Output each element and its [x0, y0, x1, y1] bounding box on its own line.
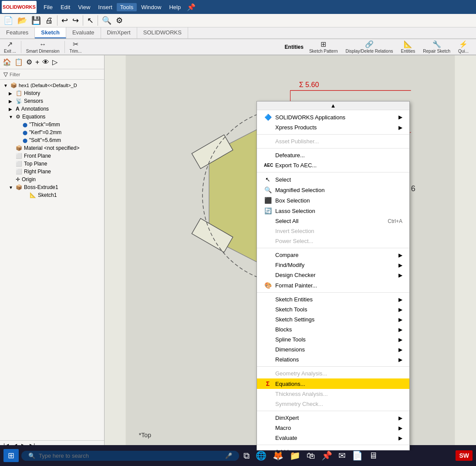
- menu-solidworks-apps[interactable]: 🔷 SOLIDWORKS Applications ▶: [257, 112, 409, 122]
- tree-kerf[interactable]: ⬤ "Kerf"=0.2mm: [0, 128, 104, 136]
- select-btn[interactable]: ↖: [85, 15, 95, 26]
- kerf-icon: ⬤: [23, 130, 27, 135]
- menu-design-checker[interactable]: Design Checker ▶: [257, 270, 409, 280]
- tree-thick[interactable]: ⬤ "Thick"=6mm: [0, 121, 104, 128]
- tree-right-plane[interactable]: ⬜ Right Plane: [0, 168, 104, 176]
- search-bar[interactable]: 🔍 🎤: [21, 451, 239, 461]
- quick-btn[interactable]: ⚡ Qui...: [456, 39, 471, 55]
- menu-view[interactable]: View: [74, 3, 94, 11]
- redo-btn[interactable]: ↪: [71, 15, 81, 26]
- display-delete-relations-btn[interactable]: 🔗 Display/Delete Relations: [344, 39, 395, 55]
- trim-btn[interactable]: ✂ Trim...: [68, 39, 84, 55]
- menu-sketch-tools[interactable]: Sketch Tools ▶: [257, 304, 409, 314]
- mail-btn[interactable]: ✉: [337, 449, 348, 463]
- tree-history[interactable]: ▶ 📋 History: [0, 89, 104, 97]
- feature-tree-icon-5[interactable]: 👁: [41, 57, 50, 67]
- tab-evaluate[interactable]: Evaluate: [66, 27, 101, 38]
- tab-solidworks[interactable]: SOLIDWORKS: [137, 27, 188, 38]
- start-btn[interactable]: ⊞: [3, 449, 19, 462]
- smart-dimension-btn[interactable]: ↔ Smart Dimension: [24, 39, 62, 55]
- sketch-pattern-btn[interactable]: ⊞ Sketch Pattern: [307, 39, 340, 55]
- tree-equations[interactable]: ▼ ⚙ Equations: [0, 113, 104, 121]
- menu-dimxpert[interactable]: DimXpert ▶: [257, 413, 409, 423]
- menu-spline-tools[interactable]: Spline Tools ▶: [257, 334, 409, 344]
- tree-origin[interactable]: ✛ Origin: [0, 176, 104, 183]
- tree-sketch1[interactable]: 📐 Sketch1: [0, 191, 104, 199]
- right-plane-label: Right Plane: [24, 169, 51, 175]
- open-btn[interactable]: 📂: [16, 15, 29, 26]
- save-btn[interactable]: 💾: [30, 15, 43, 26]
- tree-solt[interactable]: ⬤ "Solt"=5.6mm: [0, 136, 104, 144]
- tree-top-plane[interactable]: ⬜ Top Plane: [0, 160, 104, 168]
- tree-root[interactable]: ▼ 📦 hex1 (Default<<Default>_D: [0, 81, 104, 89]
- menu-export-aec[interactable]: AEC Export To AEC...: [257, 160, 409, 170]
- feature-tree-icon-1[interactable]: 🏠: [2, 57, 12, 67]
- edge-btn[interactable]: 🌐: [254, 449, 268, 463]
- menu-lasso-selection[interactable]: 🔄 Lasso Selection: [257, 206, 409, 216]
- front-plane-label: Front Plane: [24, 153, 51, 159]
- menu-tools[interactable]: Tools: [117, 3, 137, 11]
- store-btn[interactable]: 🛍: [305, 449, 317, 463]
- feature-tree-icon-4[interactable]: +: [34, 57, 40, 67]
- tree-sensors[interactable]: ▶ 📡 Sensors: [0, 97, 104, 105]
- menu-relations[interactable]: Relations ▶: [257, 355, 409, 365]
- menu-evaluate[interactable]: Evaluate ▶: [257, 433, 409, 443]
- menu-insert[interactable]: Insert: [95, 3, 116, 11]
- feature-tree-expand[interactable]: ▷: [51, 57, 58, 67]
- tree-boss-extrude[interactable]: ▼ 📦 Boss-Extrude1: [0, 183, 104, 191]
- menu-sketch-entities[interactable]: Sketch Entities ▶: [257, 294, 409, 304]
- menu-edit[interactable]: Edit: [57, 3, 74, 11]
- menu-section-geometry: Geometry Analysis... Σ Equations... Thic…: [257, 367, 409, 411]
- new-btn[interactable]: 📄: [2, 15, 15, 26]
- print-btn[interactable]: 🖨: [44, 15, 55, 26]
- menu-select-all[interactable]: Select All Ctrl+A: [257, 216, 409, 226]
- vm-btn[interactable]: 🖥: [367, 449, 379, 463]
- menu-window[interactable]: Window: [138, 3, 165, 11]
- svg-text:6: 6: [411, 184, 415, 193]
- solidworks-taskbar-btn[interactable]: SW: [456, 450, 473, 461]
- menu-help[interactable]: Help: [165, 3, 184, 11]
- feature-tree-icon-2[interactable]: 📋: [14, 57, 24, 67]
- exit-sketch-btn[interactable]: ↗ Exit ...: [2, 39, 18, 55]
- tree-material[interactable]: 📦 Material <not specified>: [0, 144, 104, 152]
- menu-xpress[interactable]: Xpress Products ▶: [257, 122, 409, 132]
- menu-format-painter[interactable]: 🎨 Format Painter...: [257, 280, 409, 290]
- menu-asset-publisher: Asset Publisher...: [257, 136, 409, 146]
- tab-sketch[interactable]: Sketch: [35, 27, 66, 38]
- pinterest-btn[interactable]: 📌: [320, 449, 334, 463]
- root-icon: 📦: [10, 82, 17, 88]
- menu-find-modify[interactable]: Find/Modify ▶: [257, 260, 409, 270]
- undo-btn[interactable]: ↩: [60, 15, 70, 26]
- menu-select[interactable]: ↖ Select: [257, 174, 409, 185]
- menu-section-compare: Compare ▶ Find/Modify ▶ Design Checker ▶: [257, 248, 409, 293]
- menu-compare[interactable]: Compare ▶: [257, 250, 409, 260]
- menu-blocks[interactable]: Blocks ▶: [257, 324, 409, 334]
- taskbar-search[interactable]: [39, 452, 222, 459]
- menu-magnified-selection[interactable]: 🔍 Magnified Selection: [257, 185, 409, 195]
- menu-box-selection[interactable]: ⬛ Box Selection: [257, 195, 409, 206]
- feature-tree-icon-3[interactable]: ⚙: [25, 57, 33, 67]
- dimx-arrow: ▶: [398, 415, 402, 421]
- tree-annotations[interactable]: ▶ A Annotations: [0, 105, 104, 113]
- task-view-btn[interactable]: ⧉: [242, 449, 251, 463]
- zoom-btn[interactable]: 🔍: [100, 15, 113, 26]
- folder-btn[interactable]: 📁: [288, 449, 302, 463]
- file-btn[interactable]: 📄: [350, 449, 365, 463]
- menu-defeature[interactable]: Defeature...: [257, 150, 409, 160]
- menu-macro[interactable]: Macro ▶: [257, 423, 409, 433]
- settings-btn[interactable]: ⚙: [114, 15, 125, 26]
- menu-add-ins[interactable]: Add-Ins...: [257, 447, 409, 450]
- menu-sketch-settings[interactable]: Sketch Settings ▶: [257, 314, 409, 324]
- svg-text:Σ 5.60: Σ 5.60: [299, 81, 319, 88]
- tab-features[interactable]: Features: [0, 27, 35, 38]
- entities-btn[interactable]: 📐 Entities: [398, 39, 417, 55]
- tab-dimxpert[interactable]: DimXpert: [101, 27, 137, 38]
- tree-front-plane[interactable]: ⬜ Front Plane: [0, 152, 104, 160]
- pin-icon[interactable]: 📌: [187, 3, 196, 11]
- scroll-up-arrow[interactable]: ▲: [331, 102, 336, 109]
- menu-dimensions[interactable]: Dimensions ▶: [257, 344, 409, 355]
- menu-file[interactable]: File: [40, 3, 56, 11]
- firefox-btn[interactable]: 🦊: [271, 449, 285, 463]
- repair-sketch-btn[interactable]: 🔧 Repair Sketch: [421, 39, 452, 55]
- menu-equations[interactable]: Σ Equations...: [257, 378, 409, 389]
